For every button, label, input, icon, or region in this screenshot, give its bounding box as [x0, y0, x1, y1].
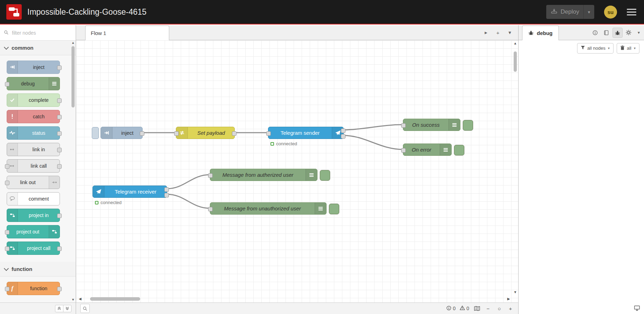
zoom-reset-button[interactable]: ○: [496, 305, 503, 312]
category-function[interactable]: function: [0, 262, 76, 277]
inject-trigger-button[interactable]: [92, 127, 99, 139]
output-port[interactable]: [57, 115, 62, 119]
tab-flow-1[interactable]: Flow 1: [85, 26, 169, 40]
input-port[interactable]: [5, 246, 9, 251]
deploy-button[interactable]: Deploy ▾: [546, 5, 594, 19]
tab-debug[interactable]: debug: [522, 26, 559, 40]
palette-node-project-call[interactable]: project call: [7, 242, 60, 255]
scroll-left-icon[interactable]: ◀: [77, 296, 83, 301]
help-book-tab-button[interactable]: [601, 28, 611, 38]
palette-node-project-in[interactable]: project in: [7, 209, 60, 222]
expand-all-categories-button[interactable]: [63, 305, 71, 312]
flow-node-telegram-sender[interactable]: Telegram sender connected: [268, 127, 344, 139]
scroll-tabs-icon[interactable]: ▸: [481, 28, 491, 37]
input-port[interactable]: [5, 230, 9, 235]
input-port[interactable]: [5, 164, 9, 169]
debug-enable-toggle[interactable]: [454, 145, 464, 155]
sidebar-menu-caret[interactable]: ▾: [638, 30, 640, 35]
flow-node-telegram-receiver[interactable]: Telegram receiver connected: [93, 186, 167, 198]
scroll-down-icon[interactable]: ▼: [71, 298, 75, 302]
output-port-2[interactable]: [164, 193, 169, 197]
flow-canvas[interactable]: inject Set payload Telegram sender: [76, 40, 518, 302]
filter-nodes-input[interactable]: [11, 30, 65, 36]
scrollbar-thumb[interactable]: [514, 51, 517, 72]
debug-enable-toggle[interactable]: [329, 204, 339, 214]
palette-node-link-call[interactable]: link call: [7, 159, 60, 173]
exclamation-icon: [7, 110, 18, 123]
add-flow-button[interactable]: +: [493, 28, 503, 37]
zoom-in-button[interactable]: +: [507, 305, 514, 312]
wire[interactable]: [167, 194, 210, 208]
palette-node-project-out[interactable]: project out: [7, 225, 60, 238]
main-menu-button[interactable]: [627, 9, 636, 15]
palette-node-catch[interactable]: catch: [7, 110, 60, 123]
flow-node-inject[interactable]: inject: [101, 127, 143, 139]
info-tab-button[interactable]: [590, 28, 600, 38]
input-port[interactable]: [266, 131, 271, 136]
output-port-2[interactable]: [341, 134, 345, 139]
debug-filter-button[interactable]: all nodes ▾: [577, 43, 614, 54]
output-port[interactable]: [57, 65, 62, 70]
wire[interactable]: [167, 175, 210, 189]
input-port[interactable]: [208, 207, 213, 211]
open-search-button[interactable]: [80, 304, 90, 313]
output-port[interactable]: [57, 287, 62, 291]
output-port-1[interactable]: [164, 187, 169, 192]
flow-node-on-success[interactable]: On success: [403, 119, 460, 131]
vertical-scrollbar[interactable]: ▲ ▼: [513, 41, 518, 295]
output-port[interactable]: [140, 131, 144, 136]
flow-node-on-error[interactable]: On error: [403, 144, 452, 156]
debug-tab-button[interactable]: [612, 28, 623, 38]
palette-node-function[interactable]: f function: [7, 282, 60, 295]
output-port[interactable]: [57, 98, 62, 103]
flow-node-msg-unauthorized[interactable]: Message from unauthorized user: [210, 202, 327, 215]
flow-node-msg-authorized[interactable]: Message from autherized user: [210, 169, 317, 181]
palette-node-link-out[interactable]: link out: [7, 176, 60, 189]
palette-scrollbar[interactable]: ▲ ▼: [71, 41, 75, 302]
palette-node-comment[interactable]: comment: [7, 192, 60, 205]
input-port[interactable]: [5, 82, 9, 86]
output-port[interactable]: [57, 214, 62, 218]
flow-node-set-payload[interactable]: Set payload: [176, 127, 235, 139]
scroll-right-icon[interactable]: ▶: [506, 296, 511, 301]
deploy-options-caret[interactable]: ▾: [584, 9, 594, 15]
palette-node-complete[interactable]: complete: [7, 93, 60, 107]
scrollbar-track[interactable]: [83, 297, 506, 301]
input-port[interactable]: [208, 173, 213, 178]
palette-node-link-in[interactable]: link in: [7, 143, 60, 156]
category-common[interactable]: common: [0, 41, 76, 55]
scrollbar-thumb[interactable]: [71, 46, 75, 107]
input-port[interactable]: [5, 181, 9, 185]
scroll-up-icon[interactable]: ▲: [71, 41, 75, 45]
input-port[interactable]: [401, 123, 406, 128]
output-port[interactable]: [57, 164, 62, 169]
input-port[interactable]: [401, 148, 406, 153]
output-port[interactable]: [57, 131, 62, 136]
wire[interactable]: [344, 125, 403, 130]
flow-list-menu-button[interactable]: ▾: [505, 28, 515, 37]
user-avatar[interactable]: su: [604, 6, 617, 19]
debug-enable-toggle[interactable]: [320, 170, 330, 181]
debug-enable-toggle[interactable]: [463, 120, 473, 131]
config-gear-tab-button[interactable]: [624, 28, 634, 38]
scrollbar-thumb[interactable]: [90, 297, 140, 301]
zoom-out-button[interactable]: −: [485, 305, 492, 312]
output-port[interactable]: [57, 148, 62, 152]
palette-node-inject[interactable]: inject: [7, 61, 60, 74]
output-port[interactable]: [232, 131, 237, 136]
output-port[interactable]: [57, 246, 62, 251]
palette-node-debug[interactable]: debug: [7, 77, 60, 90]
horizontal-scrollbar[interactable]: ◀ ▶: [77, 296, 511, 302]
open-debug-window-button[interactable]: [634, 306, 640, 312]
collapse-all-categories-button[interactable]: [55, 305, 63, 312]
deploy-icon: [551, 8, 557, 15]
debug-clear-button[interactable]: all ▾: [617, 43, 639, 54]
wire[interactable]: [344, 135, 403, 149]
input-port[interactable]: [5, 287, 9, 291]
scroll-up-icon[interactable]: ▲: [513, 41, 518, 46]
input-port[interactable]: [174, 131, 179, 136]
palette-node-status[interactable]: status: [7, 126, 60, 140]
output-port-1[interactable]: [341, 128, 345, 133]
scroll-down-icon[interactable]: ▼: [513, 290, 518, 295]
navigator-map-button[interactable]: [473, 305, 480, 312]
